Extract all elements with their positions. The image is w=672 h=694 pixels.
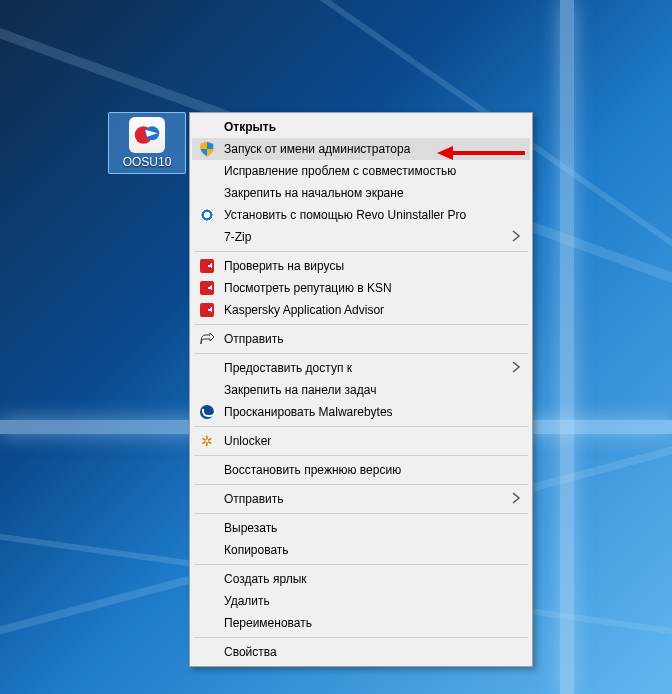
- menu-malwarebytes[interactable]: Просканировать Malwarebytes: [192, 401, 530, 423]
- menu-create-shortcut[interactable]: Создать ярлык: [192, 568, 530, 590]
- menu-pin-start[interactable]: Закрепить на начальном экране: [192, 182, 530, 204]
- kaspersky-icon: [199, 302, 215, 318]
- menu-unlocker[interactable]: ✲ Unlocker: [192, 430, 530, 452]
- menu-cut[interactable]: Вырезать: [192, 517, 530, 539]
- menu-copy[interactable]: Копировать: [192, 539, 530, 561]
- app-icon: [129, 117, 165, 153]
- menu-7zip[interactable]: 7-Zip: [192, 226, 530, 248]
- unlocker-key-icon: ✲: [199, 433, 215, 449]
- menu-kaspersky-ksn[interactable]: Посмотреть репутацию в KSN: [192, 277, 530, 299]
- menu-send-to[interactable]: Отправить: [192, 488, 530, 510]
- menu-kaspersky-advisor[interactable]: Kaspersky Application Advisor: [192, 299, 530, 321]
- menu-restore-previous[interactable]: Восстановить прежнюю версию: [192, 459, 530, 481]
- menu-grant-access[interactable]: Предоставить доступ к: [192, 357, 530, 379]
- menu-separator: [194, 637, 528, 638]
- menu-delete[interactable]: Удалить: [192, 590, 530, 612]
- menu-separator: [194, 484, 528, 485]
- menu-compat-troubleshoot[interactable]: Исправление проблем с совместимостью: [192, 160, 530, 182]
- menu-revo-install[interactable]: Установить с помощью Revo Uninstaller Pr…: [192, 204, 530, 226]
- menu-separator: [194, 564, 528, 565]
- menu-separator: [194, 251, 528, 252]
- kaspersky-icon: [199, 280, 215, 296]
- menu-rename[interactable]: Переименовать: [192, 612, 530, 634]
- submenu-arrow-icon: [510, 230, 522, 242]
- share-icon: [199, 331, 215, 347]
- desktop-icon-label: OOSU10: [109, 155, 185, 169]
- malwarebytes-icon: [199, 404, 215, 420]
- submenu-arrow-icon: [510, 492, 522, 504]
- menu-run-as-admin[interactable]: Запуск от имени администратора: [192, 138, 530, 160]
- menu-separator: [194, 353, 528, 354]
- desktop-icon-oosu10[interactable]: OOSU10: [108, 112, 186, 174]
- menu-kaspersky-scan[interactable]: Проверить на вирусы: [192, 255, 530, 277]
- menu-pin-taskbar[interactable]: Закрепить на панели задач: [192, 379, 530, 401]
- revo-icon: [199, 207, 215, 223]
- uac-shield-icon: [199, 141, 215, 157]
- kaspersky-icon: [199, 258, 215, 274]
- menu-separator: [194, 426, 528, 427]
- menu-share[interactable]: Отправить: [192, 328, 530, 350]
- menu-open[interactable]: Открыть: [192, 116, 530, 138]
- menu-separator: [194, 513, 528, 514]
- menu-separator: [194, 455, 528, 456]
- context-menu: Открыть Запуск от имени администратора И…: [189, 112, 533, 667]
- menu-separator: [194, 324, 528, 325]
- submenu-arrow-icon: [510, 361, 522, 373]
- menu-properties[interactable]: Свойства: [192, 641, 530, 663]
